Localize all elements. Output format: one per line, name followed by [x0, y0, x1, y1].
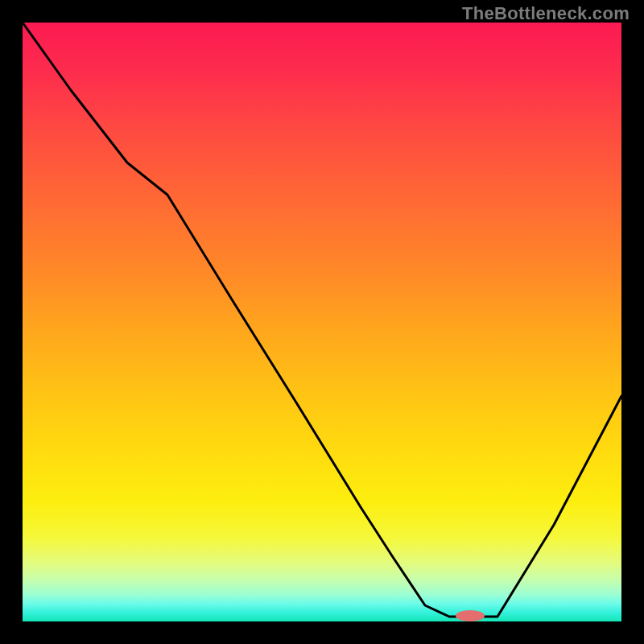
- chart-frame: TheBottleneck.com: [0, 0, 644, 644]
- plot-area: [23, 23, 621, 621]
- bottleneck-curve: [23, 23, 621, 617]
- optimal-point-marker: [456, 610, 485, 621]
- watermark-text: TheBottleneck.com: [462, 3, 630, 24]
- curve-svg: [23, 23, 621, 621]
